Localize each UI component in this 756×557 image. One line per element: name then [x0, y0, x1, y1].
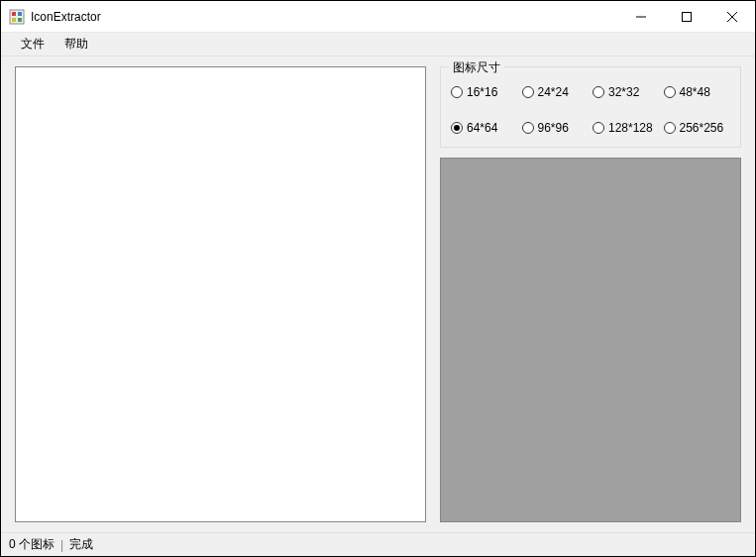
radio-label: 128*128	[608, 121, 653, 135]
groupbox-legend: 图标尺寸	[449, 59, 504, 76]
radio-32[interactable]: 32*32	[593, 85, 660, 99]
radio-48[interactable]: 48*48	[664, 85, 731, 99]
status-count: 0 个图标	[9, 536, 54, 553]
size-groupbox: 图标尺寸 16*16 24*24 32*32 48*48 64*64 96*96…	[440, 66, 741, 148]
svg-rect-2	[18, 12, 22, 16]
status-separator: |	[60, 538, 63, 552]
window-controls	[618, 1, 755, 32]
menu-file[interactable]: 文件	[11, 34, 54, 55]
radio-256[interactable]: 256*256	[664, 121, 731, 135]
radio-16[interactable]: 16*16	[451, 85, 518, 99]
radio-label: 16*16	[467, 85, 497, 99]
svg-rect-4	[18, 18, 22, 22]
status-text: 完成	[69, 536, 93, 553]
svg-rect-1	[12, 12, 16, 16]
statusbar: 0 个图标 | 完成	[1, 532, 755, 556]
radio-label: 24*24	[538, 85, 569, 99]
radio-24[interactable]: 24*24	[522, 85, 590, 99]
app-icon	[9, 9, 25, 25]
radio-label: 64*64	[467, 121, 497, 135]
menu-help[interactable]: 帮助	[54, 34, 98, 55]
radio-96[interactable]: 96*96	[522, 121, 590, 135]
maximize-button[interactable]	[664, 1, 709, 32]
radio-label: 96*96	[538, 121, 569, 135]
size-radio-grid: 16*16 24*24 32*32 48*48 64*64 96*96 128*…	[451, 85, 730, 135]
right-panel: 图标尺寸 16*16 24*24 32*32 48*48 64*64 96*96…	[440, 66, 741, 522]
radio-128[interactable]: 128*128	[593, 121, 660, 135]
svg-rect-6	[683, 12, 692, 21]
client-area: 图标尺寸 16*16 24*24 32*32 48*48 64*64 96*96…	[1, 56, 755, 532]
preview-panel	[440, 158, 741, 522]
titlebar: IconExtractor	[1, 1, 755, 33]
close-button[interactable]	[709, 1, 755, 32]
icon-list-panel[interactable]	[15, 66, 426, 522]
app-window: IconExtractor 文件 帮助 图标尺寸 16*16 24*24	[0, 0, 756, 557]
svg-rect-3	[12, 18, 16, 22]
menubar: 文件 帮助	[1, 33, 755, 56]
window-title: IconExtractor	[31, 10, 618, 24]
radio-64[interactable]: 64*64	[451, 121, 518, 135]
radio-label: 32*32	[608, 85, 639, 99]
minimize-button[interactable]	[618, 1, 664, 32]
radio-label: 256*256	[680, 121, 724, 135]
radio-label: 48*48	[680, 85, 710, 99]
